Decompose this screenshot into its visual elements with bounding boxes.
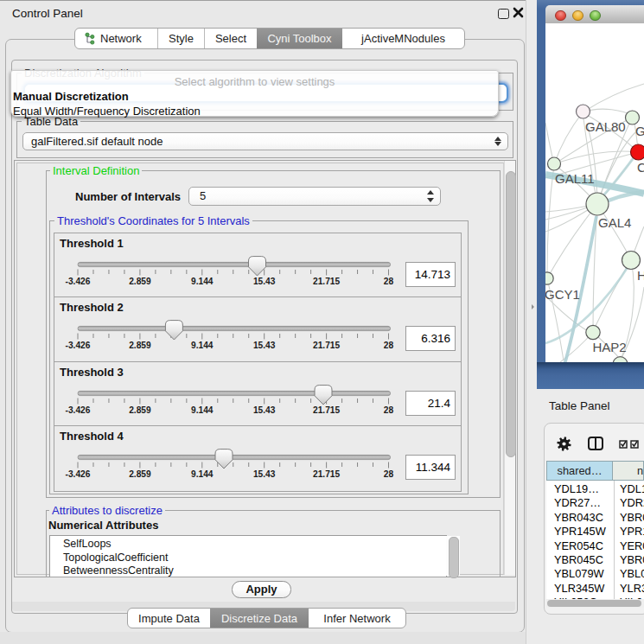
svg-text:GAL11: GAL11 <box>555 171 595 186</box>
svg-text:21.715: 21.715 <box>313 469 340 479</box>
svg-text:28: 28 <box>384 405 394 414</box>
svg-text:15.43: 15.43 <box>253 277 276 286</box>
svg-text:-3.426: -3.426 <box>66 405 91 414</box>
svg-text:GAL4: GAL4 <box>598 215 631 230</box>
svg-text:9.144: 9.144 <box>191 469 214 479</box>
svg-text:HAP2: HAP2 <box>593 340 627 354</box>
svg-text:15.43: 15.43 <box>253 405 276 414</box>
svg-text:9.144: 9.144 <box>191 277 214 286</box>
svg-text:-3.426: -3.426 <box>66 277 91 286</box>
svg-text:-3.426: -3.426 <box>66 341 91 350</box>
svg-text:GCY1: GCY1 <box>545 287 580 302</box>
svg-text:28: 28 <box>384 341 394 350</box>
svg-text:GAL80: GAL80 <box>585 119 626 134</box>
svg-text:21.715: 21.715 <box>313 341 340 350</box>
svg-text:H: H <box>637 268 644 283</box>
svg-text:15.43: 15.43 <box>253 469 276 479</box>
svg-text:-3.426: -3.426 <box>66 469 91 479</box>
svg-text:28: 28 <box>384 277 394 286</box>
svg-text:28: 28 <box>384 469 394 479</box>
svg-text:21.715: 21.715 <box>313 277 340 286</box>
svg-text:2.859: 2.859 <box>129 405 151 414</box>
svg-text:9.144: 9.144 <box>191 341 214 350</box>
svg-text:21.715: 21.715 <box>313 405 340 414</box>
svg-text:G: G <box>635 124 644 138</box>
svg-text:2.859: 2.859 <box>129 341 151 350</box>
svg-text:2.859: 2.859 <box>129 469 151 479</box>
svg-text:15.43: 15.43 <box>253 341 276 350</box>
svg-text:2.859: 2.859 <box>129 277 151 286</box>
svg-text:C: C <box>637 160 644 175</box>
svg-text:9.144: 9.144 <box>191 405 214 414</box>
